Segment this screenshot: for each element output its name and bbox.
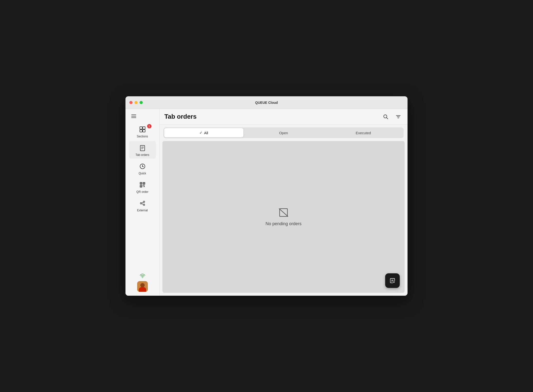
sidebar-item-external[interactable]: External — [129, 196, 156, 214]
sidebar-item-quick[interactable]: Quick — [129, 160, 156, 177]
minimize-button[interactable] — [134, 101, 138, 104]
svg-rect-0 — [140, 127, 142, 129]
svg-point-17 — [143, 201, 145, 203]
svg-line-19 — [142, 202, 143, 203]
sidebar-nav: 1 Sections — [125, 123, 159, 273]
app-window: QUEUE Cloud 1 — [125, 96, 408, 296]
sidebar-item-qr-order[interactable]: QR order — [129, 178, 156, 196]
svg-rect-14 — [143, 183, 144, 184]
header-actions — [381, 112, 403, 121]
empty-state-icon — [278, 208, 289, 217]
tab-executed-label: Executed — [356, 131, 371, 135]
tab-all-label: All — [204, 131, 208, 135]
close-button[interactable] — [129, 101, 133, 104]
quick-icon — [138, 161, 147, 171]
title-bar: QUEUE Cloud — [125, 96, 408, 109]
qr-order-label: QR order — [136, 190, 148, 194]
page-title: Tab orders — [164, 113, 196, 120]
sections-icon — [138, 125, 147, 134]
empty-state-message: No pending orders — [266, 221, 302, 226]
sidebar-item-sections[interactable]: 1 Sections — [129, 123, 156, 140]
window-title: QUEUE Cloud — [255, 101, 278, 105]
svg-rect-2 — [140, 130, 142, 132]
sidebar: 1 Sections — [125, 109, 160, 296]
tab-open[interactable]: Open — [244, 128, 323, 137]
tab-orders-icon — [138, 143, 147, 153]
add-order-button[interactable] — [385, 273, 400, 288]
svg-point-9 — [142, 166, 143, 167]
sections-label: Sections — [137, 135, 148, 138]
avatar[interactable] — [137, 281, 148, 292]
external-icon — [138, 198, 147, 208]
external-label: External — [137, 209, 148, 212]
tab-open-label: Open — [279, 131, 288, 135]
tab-orders-label: Tab orders — [135, 153, 149, 157]
quick-label: Quick — [139, 172, 146, 175]
tabs-container: ✓ All Open Executed — [163, 127, 404, 138]
page-header: Tab orders — [160, 109, 408, 125]
maximize-button[interactable] — [140, 101, 143, 104]
wifi-icon — [139, 273, 146, 278]
svg-rect-3 — [143, 130, 145, 132]
content-area: No pending orders — [162, 141, 405, 293]
svg-rect-1 — [143, 127, 145, 129]
svg-rect-13 — [141, 183, 142, 184]
traffic-lights — [129, 101, 143, 104]
tab-executed[interactable]: Executed — [324, 128, 403, 137]
hamburger-button[interactable] — [129, 112, 138, 121]
svg-rect-4 — [140, 145, 145, 151]
tab-all[interactable]: ✓ All — [164, 128, 243, 137]
tab-bar: ✓ All Open Executed — [160, 125, 408, 138]
main-content: Tab orders — [160, 109, 408, 296]
svg-point-16 — [140, 203, 142, 204]
svg-point-21 — [142, 277, 143, 278]
svg-line-23 — [387, 117, 388, 119]
sidebar-item-tab-orders[interactable]: Tab orders — [129, 141, 156, 159]
filter-button[interactable] — [394, 112, 403, 121]
search-button[interactable] — [381, 112, 390, 121]
svg-point-18 — [143, 204, 145, 205]
sections-badge: 1 — [147, 124, 151, 128]
app-body: 1 Sections — [125, 109, 408, 296]
svg-rect-15 — [141, 186, 142, 187]
qr-order-icon — [138, 180, 147, 190]
sidebar-bottom — [137, 273, 148, 296]
svg-line-20 — [142, 204, 143, 205]
tab-check-icon: ✓ — [199, 131, 203, 135]
